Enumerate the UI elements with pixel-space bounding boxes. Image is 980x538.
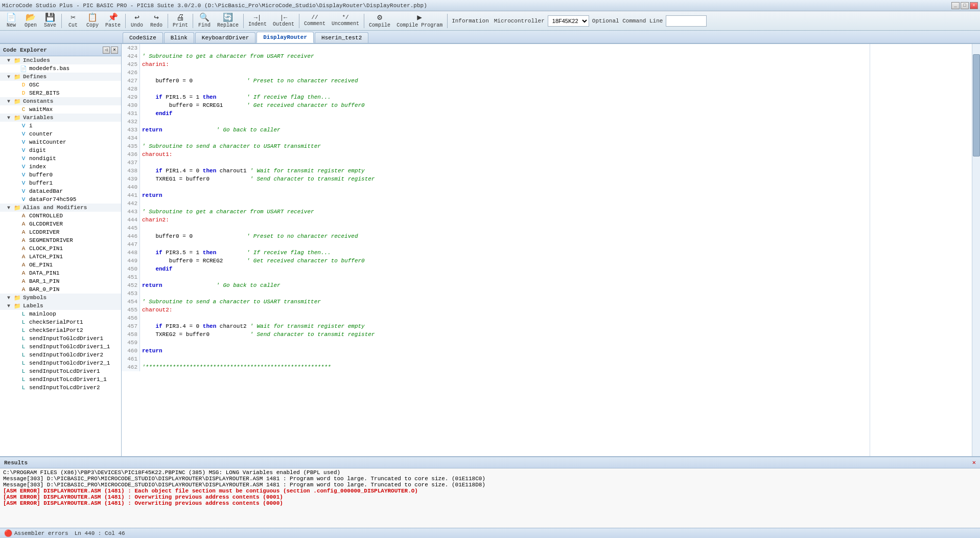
tab-displayrouter[interactable]: DisplayRouter (256, 32, 314, 43)
sidebar-item-latch-pin1[interactable]: A LATCH_PIN1 (0, 253, 121, 261)
code-content[interactable] (140, 134, 870, 142)
code-content[interactable]: buffer0 = 0 ' Preset to no character rec… (140, 232, 870, 240)
code-content[interactable] (140, 224, 870, 232)
sidebar-item-controlled[interactable]: A CONTROLLED (0, 212, 121, 220)
sidebar-item-data-pin1[interactable]: A DATA_PIN1 (0, 269, 121, 277)
code-content[interactable] (140, 314, 870, 322)
comment-button[interactable]: // Comment (301, 13, 328, 29)
code-content[interactable]: TXREG1 = buffer0 ' Send character to tra… (140, 175, 870, 183)
sidebar-section-labels[interactable]: ▼ 📁 Labels (0, 302, 121, 310)
compile-button[interactable]: ⚙ Compile (366, 13, 393, 29)
redo-button[interactable]: ↪ Redo (147, 13, 166, 29)
paste-button[interactable]: 📌 Paste (103, 13, 123, 29)
sidebar-item-waitmax[interactable]: C waitMax (0, 105, 121, 114)
print-button[interactable]: 🖨 Print (170, 13, 191, 29)
sidebar-item-sendinputtoglcddriver1-1[interactable]: L sendInputToGlcdDriver1_1 (0, 343, 121, 351)
code-content[interactable]: charin1: (140, 60, 870, 69)
code-content[interactable] (140, 339, 870, 347)
sidebar-item-bar0-pin[interactable]: A BAR_0_PIN (0, 285, 121, 294)
maximize-button[interactable]: □ (961, 2, 969, 9)
sidebar-item-ser2bits[interactable]: D SER2_BITS (0, 89, 121, 97)
open-button[interactable]: 📂 Open (21, 13, 40, 29)
compile-program-button[interactable]: ▶ Compile Program (394, 13, 445, 29)
code-content[interactable]: if PIR1.4 = 0 then charout1 ' Wait for t… (140, 167, 870, 175)
outdent-button[interactable]: |← Outdent (270, 13, 297, 29)
save-button[interactable]: 💾 Save (41, 13, 59, 29)
cut-button[interactable]: ✂ Cut (64, 13, 82, 29)
sidebar-item-oe-pin1[interactable]: A OE_PIN1 (0, 261, 121, 269)
sidebar-section-alias[interactable]: ▼ 📁 Alias and Modifiers (0, 204, 121, 212)
sidebar-item-lcddriver[interactable]: A LCDDRIVER (0, 228, 121, 236)
sidebar-item-bar1-pin[interactable]: A BAR_1_PIN (0, 277, 121, 285)
sidebar-item-datafor74hc595[interactable]: V dataFor74hc595 (0, 195, 121, 204)
code-content[interactable]: buffer0 = RCREG1 ' Get received characte… (140, 101, 870, 109)
sidebar-item-glcddriver[interactable]: A GLCDDRIVER (0, 220, 121, 228)
sidebar-collapse-button[interactable]: ◁ (103, 47, 110, 54)
results-close-button[interactable]: ✕ (972, 459, 976, 466)
code-content[interactable]: if PIR3.5 = 1 then ' If receive flag the… (140, 249, 870, 257)
code-content[interactable]: ' Subroutine to send a character to USAR… (140, 142, 870, 150)
new-button[interactable]: 📄 New (2, 13, 20, 29)
sidebar-item-waitcounter[interactable]: V waitCounter (0, 138, 121, 146)
command-line-input[interactable] (666, 15, 707, 27)
sidebar-item-modedefs[interactable]: 📄 modedefs.bas (0, 64, 121, 73)
code-content[interactable] (140, 240, 870, 249)
find-button[interactable]: 🔍 Find (195, 13, 214, 29)
code-content[interactable] (140, 273, 870, 281)
code-content[interactable]: ' Subroutine to get a character from USA… (140, 208, 870, 216)
code-editor[interactable]: 423424' Subroutine to get a character fr… (122, 44, 870, 456)
code-content[interactable]: ' Subroutine to get a character from USA… (140, 52, 870, 60)
code-content[interactable]: if PIR1.5 = 1 then ' If receive flag the… (140, 93, 870, 101)
code-content[interactable] (140, 118, 870, 126)
code-content[interactable] (140, 85, 870, 93)
sidebar-item-sendinputtolcddriver1-1[interactable]: L sendInputToLcdDriver1_1 (0, 375, 121, 384)
tab-hserin[interactable]: Hserin_test2 (315, 32, 368, 43)
sidebar-item-segmentdriver[interactable]: A SEGMENTDRIVER (0, 236, 121, 244)
sidebar-item-digit[interactable]: V digit (0, 146, 121, 154)
code-content[interactable]: charout2: (140, 306, 870, 314)
minimize-button[interactable]: _ (951, 2, 960, 9)
code-content[interactable] (140, 159, 870, 167)
code-content[interactable] (140, 289, 870, 298)
sidebar-item-i[interactable]: V i (0, 122, 121, 130)
code-content[interactable]: buffer0 = 0 ' Preset to no character rec… (140, 77, 870, 85)
sidebar-item-checkserialport1[interactable]: L checkSerialPort1 (0, 318, 121, 326)
sidebar-item-clock-pin1[interactable]: A CLOCK_PIN1 (0, 244, 121, 253)
tab-keyboarddriver[interactable]: KeyboardDriver (195, 32, 255, 43)
code-content[interactable]: endif (140, 265, 870, 273)
code-content[interactable]: return ' Go back to caller (140, 281, 870, 289)
uncomment-button[interactable]: */ Uncomment (329, 13, 362, 29)
vertical-scrollbar[interactable] (972, 44, 980, 456)
sidebar-section-variables[interactable]: ▼ 📁 Variables (0, 114, 121, 122)
sidebar-item-sendinputtolcddriver2[interactable]: L sendInputToLcdDriver2 (0, 384, 121, 392)
sidebar-section-constants[interactable]: ▼ 📁 Constants (0, 97, 121, 105)
sidebar-item-sendinputtoglcddriver2[interactable]: L sendInputToGlcdDriver2 (0, 351, 121, 359)
sidebar-item-sendinputtoglcddriver1[interactable]: L sendInputToGlcdDriver1 (0, 334, 121, 343)
close-button[interactable]: × (970, 2, 978, 9)
code-content[interactable]: endif (140, 109, 870, 118)
sidebar-item-sendinputtoglcddriver2-1[interactable]: L sendInputToGlcdDriver2_1 (0, 359, 121, 367)
sidebar-section-defines[interactable]: ▼ 📁 Defines (0, 73, 121, 81)
sidebar-item-checkserialport2[interactable]: L checkSerialPort2 (0, 326, 121, 334)
sidebar-item-buffer1[interactable]: V buffer1 (0, 179, 121, 187)
sidebar-item-mainloop[interactable]: L mainloop (0, 310, 121, 318)
sidebar-item-index[interactable]: V index (0, 163, 121, 171)
sidebar-item-sendinputtolcddriver1[interactable]: L sendInputToLcdDriver1 (0, 367, 121, 375)
copy-button[interactable]: 📋 Copy (83, 13, 102, 29)
sidebar-item-buffer0[interactable]: V buffer0 (0, 171, 121, 179)
sidebar-section-includes[interactable]: ▼ 📁 Includes (0, 56, 121, 64)
scrollbar-thumb[interactable] (973, 54, 980, 156)
code-content[interactable]: charin2: (140, 216, 870, 224)
sidebar-close-button[interactable]: × (111, 47, 118, 54)
code-content[interactable] (140, 183, 870, 191)
sidebar-item-osc[interactable]: D OSC (0, 81, 121, 89)
replace-button[interactable]: 🔄 Replace (215, 13, 241, 29)
code-content[interactable]: return (140, 191, 870, 199)
tab-blink[interactable]: Blink (164, 32, 194, 43)
undo-button[interactable]: ↩ Undo (128, 13, 146, 29)
sidebar-section-symbols[interactable]: ▼ 📁 Symbols (0, 294, 121, 302)
code-content[interactable]: TXREG2 = buffer0 ' Send character to tra… (140, 330, 870, 339)
code-content[interactable] (140, 199, 870, 208)
code-content[interactable] (140, 69, 870, 77)
code-content[interactable]: charout1: (140, 150, 870, 159)
